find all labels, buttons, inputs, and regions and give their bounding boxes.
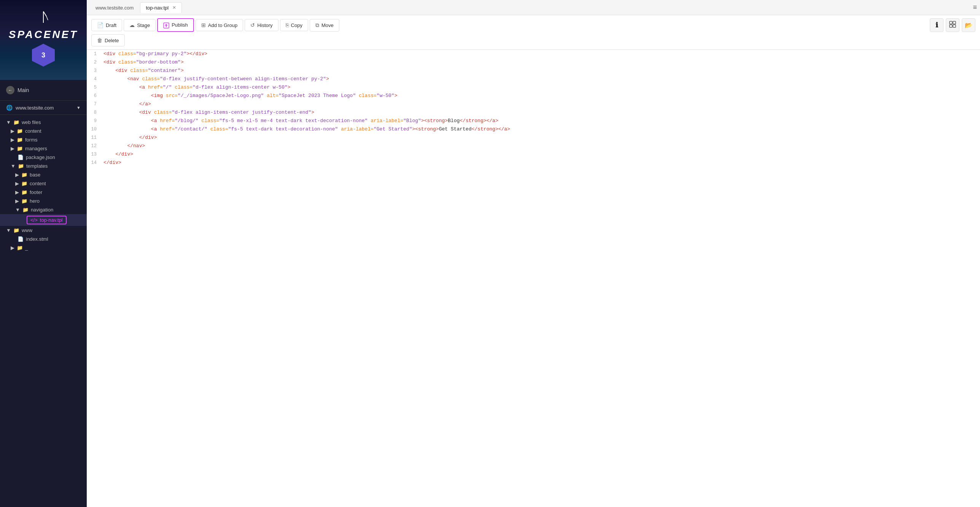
layout-button[interactable]: [946, 18, 959, 32]
folder-icon: 📁: [21, 189, 27, 195]
tab-bar: www.testsite.com top-nav.tpl ✕ ≡: [87, 0, 980, 15]
delete-icon: 🗑: [97, 37, 102, 43]
folder-expand-icon: ▶: [15, 189, 19, 195]
svg-rect-4: [950, 21, 952, 24]
tree-item-content[interactable]: ▶ 📁 content: [0, 127, 87, 135]
tree-item-index-stml[interactable]: 📄 index.stml: [0, 235, 87, 243]
site-label: www.testsite.com: [16, 105, 54, 111]
code-editor[interactable]: 1 <div class="bg-primary py-2"></div> 2 …: [87, 50, 980, 507]
site-selector[interactable]: 🌐 www.testsite.com ▼: [0, 101, 87, 115]
delete-label: Delete: [105, 38, 119, 43]
code-line-6: 6 <img src="/_/images/SpaceJet-Logo.png"…: [87, 92, 980, 100]
tree-item-hero[interactable]: ▶ 📁 hero: [0, 197, 87, 205]
tab-menu-icon[interactable]: ≡: [973, 3, 977, 11]
tree-label: hero: [30, 198, 40, 204]
tree-item-managers[interactable]: ▶ 📁 managers: [0, 144, 87, 153]
add-to-group-icon: ⊞: [201, 22, 206, 28]
tree-item-navigation[interactable]: ▼ 📁 navigation: [0, 205, 87, 214]
svg-rect-6: [950, 25, 952, 27]
tree-item-www[interactable]: ▼ 📁 www: [0, 226, 87, 235]
folder-icon: 📁: [17, 245, 23, 251]
tree-item-web-files[interactable]: ▼ 📁 web files: [0, 118, 87, 127]
tree-label: managers: [25, 146, 47, 151]
code-line-11: 11 </div>: [87, 134, 980, 142]
svg-rect-7: [953, 25, 956, 27]
folder-expand-icon: ▼: [15, 207, 20, 213]
tree-item-templates[interactable]: ▼ 📁 templates: [0, 162, 87, 170]
folder-icon: 📁: [17, 146, 23, 151]
publish-label: Publish: [172, 22, 188, 28]
tree-item-base[interactable]: ▶ 📁 base: [0, 170, 87, 179]
active-file-box: </> top-nav.tpl: [27, 216, 67, 224]
code-line-9: 9 <a href="/blog/" class="fs-5 me-xl-5 m…: [87, 117, 980, 125]
code-line-5: 5 <a href="/" class="d-flex align-items-…: [87, 83, 980, 92]
history-button[interactable]: ↺ History: [245, 19, 278, 31]
tree-item-content2[interactable]: ▶ 📁 content: [0, 179, 87, 188]
globe-icon: 🌐: [6, 105, 13, 111]
tree-label: templates: [26, 163, 48, 169]
layout-icon: [949, 21, 956, 29]
copy-button[interactable]: ⎘ Copy: [280, 19, 308, 31]
copy-label: Copy: [291, 22, 302, 28]
info-button[interactable]: ℹ: [930, 18, 943, 32]
code-line-14: 14 </div>: [87, 159, 980, 167]
folder-expand-icon: ▶: [15, 198, 19, 204]
folder-icon: 📁: [17, 137, 23, 143]
tree-label: web files: [22, 119, 41, 125]
folder-open-icon: 📂: [965, 22, 972, 29]
folder-icon: 📁: [21, 172, 27, 178]
code-line-4: 4 <nav class="d-flex justify-content-bet…: [87, 75, 980, 83]
tree-label: _: [25, 245, 28, 251]
info-icon: ℹ: [935, 21, 938, 29]
sidebar: SPACENET 3 ← Main 🌐 www.testsite.com ▼ ▼…: [0, 0, 87, 507]
code-line-12: 12 </nav>: [87, 142, 980, 150]
folder-icon: 📁: [13, 119, 19, 125]
svg-rect-5: [953, 21, 956, 24]
code-line-8: 8 <div class="d-flex align-items-center …: [87, 108, 980, 117]
tree-item-footer[interactable]: ▶ 📁 footer: [0, 188, 87, 197]
delete-button[interactable]: 🗑 Delete: [91, 34, 125, 46]
tree-item-package-json[interactable]: 📄 package.json: [0, 153, 87, 162]
logo-hexagon: 3: [32, 44, 55, 67]
toolbar-second-row: 🗑 Delete: [91, 34, 975, 46]
code-line-2: 2 <div class="border-bottom">: [87, 58, 980, 67]
tab-top-nav[interactable]: top-nav.tpl ✕: [140, 2, 182, 13]
folder-icon: 📁: [21, 181, 27, 186]
toolbar: 📄 Draft ☁ Stage Publish ⊞ Add to Group ↺…: [87, 15, 980, 50]
tree-label: index.stml: [26, 236, 48, 242]
tab-site[interactable]: www.testsite.com: [90, 2, 139, 13]
main-content: www.testsite.com top-nav.tpl ✕ ≡ 📄 Draft…: [87, 0, 980, 507]
tree-item-underscore[interactable]: ▶ 📁 _: [0, 243, 87, 252]
main-nav-label: Main: [18, 87, 29, 93]
svg-line-1: [43, 11, 46, 16]
tree-item-forms[interactable]: ▶ 📁 forms: [0, 135, 87, 144]
stage-button[interactable]: ☁ Stage: [124, 19, 156, 31]
main-nav-item[interactable]: ← Main: [6, 84, 81, 96]
folder-expand-icon: ▶: [15, 172, 19, 178]
folder-icon: 📁: [13, 227, 19, 233]
file-tree: ▼ 📁 web files ▶ 📁 content ▶ 📁 forms ▶ 📁 …: [0, 115, 87, 507]
tree-label: package.json: [26, 154, 55, 160]
tree-label: navigation: [31, 207, 53, 213]
tab-close-icon[interactable]: ✕: [172, 5, 176, 10]
tree-label: footer: [30, 189, 42, 195]
folder-expand-icon: ▶: [15, 181, 19, 186]
folder-icon: 📁: [21, 198, 27, 204]
folder-icon: 📁: [22, 207, 29, 213]
folder-expand-icon: ▼: [11, 163, 16, 169]
rocket-icon: [36, 10, 51, 32]
move-button[interactable]: ⧉ Move: [310, 19, 339, 32]
main-nav: ← Main: [0, 80, 87, 101]
publish-button[interactable]: Publish: [157, 18, 194, 32]
template-icon: </>: [30, 217, 38, 223]
tree-label: www: [22, 227, 32, 233]
file-icon: 📄: [18, 236, 24, 242]
folder-open-button[interactable]: 📂: [962, 18, 975, 32]
move-icon: ⧉: [315, 22, 319, 29]
tree-label: content: [25, 128, 41, 134]
draft-icon: 📄: [97, 22, 103, 28]
tree-item-top-nav-tpl[interactable]: </> top-nav.tpl: [0, 214, 87, 226]
draft-button[interactable]: 📄 Draft: [91, 19, 122, 31]
add-to-group-button[interactable]: ⊞ Add to Group: [196, 19, 243, 31]
logo-area: SPACENET 3: [0, 0, 87, 80]
